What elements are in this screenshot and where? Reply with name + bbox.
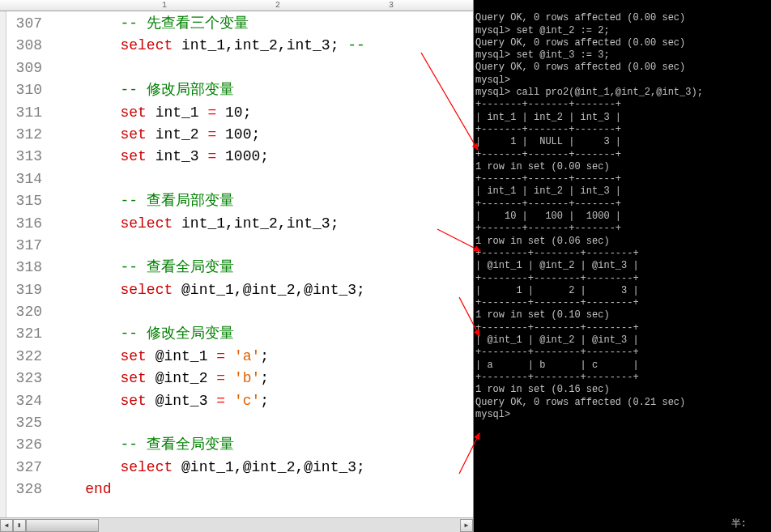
code-line[interactable] <box>50 412 473 434</box>
ruler-mark: 1 <box>162 1 167 10</box>
code-line[interactable] <box>50 235 473 257</box>
line-number: 326 <box>6 434 50 456</box>
line-number: 328 <box>6 479 50 500</box>
line-number: 325 <box>6 412 50 434</box>
terminal-line: mysql> <box>475 409 769 421</box>
terminal-line: Query OK, 0 rows affected (0.21 sec) <box>475 397 769 409</box>
code-line[interactable]: set int_3 = 1000; <box>50 146 473 168</box>
code-line[interactable]: -- 查看全局变量 <box>50 434 473 456</box>
scroll-right-button[interactable]: ▶ <box>460 519 473 532</box>
ime-indicator: 半: <box>731 518 747 530</box>
ruler-mark: 3 <box>389 1 394 10</box>
line-number: 309 <box>6 57 50 79</box>
code-line[interactable]: set int_1 = 10; <box>50 102 473 124</box>
line-number: 316 <box>6 213 50 235</box>
terminal-line: mysql> call pro2(@int_1,@int_2,@int_3); <box>475 87 769 99</box>
terminal-line: +-------+-------+-------+ <box>475 223 769 235</box>
code-line[interactable]: -- 查看全局变量 <box>50 257 473 279</box>
line-number: 319 <box>6 279 50 301</box>
terminal-line: mysql> <box>475 74 769 87</box>
code-line[interactable]: set @int_1 = 'a'; <box>50 346 473 368</box>
terminal-line: Query OK, 0 rows affected (0.00 sec) <box>475 37 769 49</box>
terminal-line: | 1 | 2 | 3 | <box>475 285 769 297</box>
terminal-line: +-------+-------+-------+ <box>475 124 769 136</box>
line-number-gutter: 3073083093103113123133143153163173183193… <box>6 11 50 517</box>
terminal-line: | @int_1 | @int_2 | @int_3 | <box>475 334 769 347</box>
code-line[interactable]: select @int_1,@int_2,@int_3; <box>50 457 473 479</box>
line-number: 310 <box>6 79 50 101</box>
code-line[interactable]: -- 先查看三个变量 <box>50 13 473 35</box>
line-number: 322 <box>6 346 50 368</box>
terminal-pane[interactable]: Query OK, 0 rows affected (0.00 sec)mysq… <box>474 0 771 532</box>
code-line[interactable] <box>50 301 473 323</box>
editor-body[interactable]: 3073083093103113123133143153163173183193… <box>0 11 473 517</box>
line-number: 312 <box>6 124 50 146</box>
terminal-line: +--------+--------+--------+ <box>475 273 769 285</box>
code-line[interactable]: select int_1,int_2,int_3; -- <box>50 35 473 57</box>
terminal-line: 1 row in set (0.06 sec) <box>475 236 769 248</box>
terminal-line: +--------+--------+--------+ <box>475 248 769 260</box>
code-editor-pane: 1 2 3 3073083093103113123133143153163173… <box>0 0 474 532</box>
line-number: 311 <box>6 102 50 124</box>
terminal-line: +--------+--------+--------+ <box>475 347 769 359</box>
line-number: 321 <box>6 323 50 345</box>
terminal-line: +-------+-------+-------+ <box>475 149 769 161</box>
fold-column[interactable] <box>0 11 6 517</box>
ruler-mark: 2 <box>275 1 280 10</box>
line-number: 314 <box>6 168 50 190</box>
line-number: 315 <box>6 190 50 212</box>
terminal-line: +--------+--------+--------+ <box>475 322 769 334</box>
terminal-line: | int_1 | int_2 | int_3 | <box>475 185 769 198</box>
line-number: 308 <box>6 35 50 57</box>
scroll-thumb[interactable] <box>26 519 99 532</box>
scroll-left-button[interactable]: ◀ <box>0 519 13 532</box>
terminal-line: 1 row in set (0.00 sec) <box>475 161 769 173</box>
code-line[interactable]: set int_2 = 100; <box>50 124 473 146</box>
editor-ruler: 1 2 3 <box>0 0 473 11</box>
terminal-line: | a | b | c | <box>475 360 769 372</box>
code-line[interactable] <box>50 57 473 79</box>
code-line[interactable]: set @int_2 = 'b'; <box>50 368 473 389</box>
line-number: 317 <box>6 235 50 257</box>
line-number: 323 <box>6 368 50 389</box>
line-number: 320 <box>6 301 50 323</box>
terminal-line: +-------+-------+-------+ <box>475 99 769 111</box>
scroll-track[interactable] <box>26 519 460 532</box>
code-line[interactable]: -- 修改局部变量 <box>50 79 473 101</box>
line-number: 324 <box>6 390 50 412</box>
terminal-line: 1 row in set (0.16 sec) <box>475 384 769 396</box>
terminal-line: | 10 | 100 | 1000 | <box>475 211 769 223</box>
terminal-line: Query OK, 0 rows affected (0.00 sec) <box>475 62 769 74</box>
terminal-line: 1 row in set (0.10 sec) <box>475 309 769 321</box>
terminal-line: | int_1 | int_2 | int_3 | <box>475 112 769 124</box>
terminal-line: +-------+-------+-------+ <box>475 173 769 185</box>
terminal-line: | 1 | NULL | 3 | <box>475 136 769 148</box>
code-line[interactable]: end <box>50 479 473 500</box>
code-line[interactable]: select @int_1,@int_2,@int_3; <box>50 279 473 301</box>
terminal-line: Query OK, 0 rows affected (0.00 sec) <box>475 12 769 24</box>
line-number: 327 <box>6 457 50 479</box>
line-number: 307 <box>6 13 50 35</box>
terminal-line: mysql> set @int_2 := 2; <box>475 25 769 37</box>
code-line[interactable]: -- 修改全局变量 <box>50 323 473 345</box>
line-number: 313 <box>6 146 50 168</box>
terminal-line: +--------+--------+--------+ <box>475 372 769 384</box>
code-line[interactable]: select int_1,int_2,int_3; <box>50 213 473 235</box>
line-number: 318 <box>6 257 50 279</box>
terminal-line: +--------+--------+--------+ <box>475 297 769 309</box>
code-text-area[interactable]: -- 先查看三个变量 select int_1,int_2,int_3; -- … <box>50 11 473 517</box>
terminal-line: mysql> set @int_3 := 3; <box>475 49 769 62</box>
code-line[interactable] <box>50 168 473 190</box>
code-line[interactable]: -- 查看局部变量 <box>50 190 473 212</box>
horizontal-scrollbar[interactable]: ◀ ▮ ▶ <box>0 517 473 532</box>
terminal-line: | @int_1 | @int_2 | @int_3 | <box>475 260 769 272</box>
terminal-line: +-------+-------+-------+ <box>475 198 769 211</box>
code-line[interactable]: set @int_3 = 'c'; <box>50 390 473 412</box>
scroll-split-button[interactable]: ▮ <box>13 519 26 532</box>
